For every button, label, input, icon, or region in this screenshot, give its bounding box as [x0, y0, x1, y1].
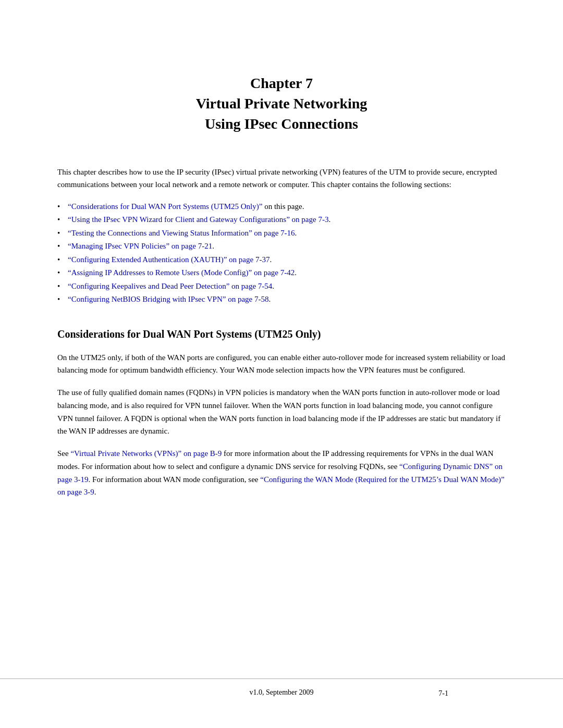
bullet-suffix-1: on this page. [262, 202, 304, 211]
bullet-suffix-5: . [270, 255, 272, 264]
bullet-link-1[interactable]: “Considerations for Dual WAN Port System… [68, 202, 262, 211]
section-paragraph-1: On the UTM25 only, if both of the WAN po… [57, 351, 506, 377]
chapter-title: Chapter 7 Virtual Private Networking Usi… [57, 73, 506, 134]
page-container: Chapter 7 Virtual Private Networking Usi… [0, 0, 563, 728]
bullet-suffix-7: . [272, 282, 274, 290]
chapter-header: Chapter 7 Virtual Private Networking Usi… [57, 73, 506, 134]
bullet-suffix-6: . [295, 268, 297, 277]
bullet-link-7[interactable]: “Configuring Keepalives and Dead Peer De… [68, 282, 272, 290]
bullet-suffix-8: . [269, 295, 271, 303]
list-item: “Configuring Keepalives and Dead Peer De… [57, 280, 506, 293]
bullet-suffix-2: . [328, 215, 331, 224]
bullet-link-8[interactable]: “Configuring NetBIOS Bridging with IPsec… [68, 295, 269, 303]
chapter-title-line3: Using IPsec Connections [57, 114, 506, 134]
list-item: “Managing IPsec VPN Policies” on page 7-… [57, 240, 506, 253]
list-item: “Considerations for Dual WAN Port System… [57, 200, 506, 214]
page-footer: 7-1 v1.0, September 2009 [0, 678, 563, 697]
list-item: “Testing the Connections and Viewing Sta… [57, 227, 506, 240]
bullet-link-3[interactable]: “Testing the Connections and Viewing Sta… [68, 229, 295, 237]
chapter-title-line2: Virtual Private Networking [57, 93, 506, 114]
para3-prefix: See [57, 449, 70, 458]
chapter-title-line1: Chapter 7 [57, 73, 506, 93]
bullet-link-2[interactable]: “Using the IPsec VPN Wizard for Client a… [68, 215, 328, 224]
section-paragraph-2: The use of fully qualified domain names … [57, 386, 506, 438]
list-item: “Configuring Extended Authentication (XA… [57, 253, 506, 267]
list-item: “Configuring NetBIOS Bridging with IPsec… [57, 293, 506, 306]
intro-paragraph: This chapter describes how to use the IP… [57, 166, 506, 191]
para3-suffix: . [94, 488, 96, 496]
bullet-list: “Considerations for Dual WAN Port System… [57, 200, 506, 306]
bullet-suffix-3: . [295, 229, 297, 237]
section-paragraph-3: See “Virtual Private Networks (VPNs)” on… [57, 447, 506, 499]
para3-middle2: . For information about WAN mode configu… [89, 475, 261, 484]
list-item: “Using the IPsec VPN Wizard for Client a… [57, 213, 506, 227]
para3-link1[interactable]: “Virtual Private Networks (VPNs)” on pag… [70, 449, 222, 458]
footer-inner: 7-1 v1.0, September 2009 [0, 684, 563, 697]
bullet-suffix-4: . [212, 242, 214, 250]
page-number: 7-1 [438, 689, 448, 698]
bullet-link-5[interactable]: “Configuring Extended Authentication (XA… [68, 255, 270, 264]
bullet-link-6[interactable]: “Assigning IP Addresses to Remote Users … [68, 268, 295, 277]
bullet-link-4[interactable]: “Managing IPsec VPN Policies” on page 7-… [68, 242, 212, 250]
section-heading: Considerations for Dual WAN Port Systems… [57, 327, 506, 341]
list-item: “Assigning IP Addresses to Remote Users … [57, 266, 506, 280]
